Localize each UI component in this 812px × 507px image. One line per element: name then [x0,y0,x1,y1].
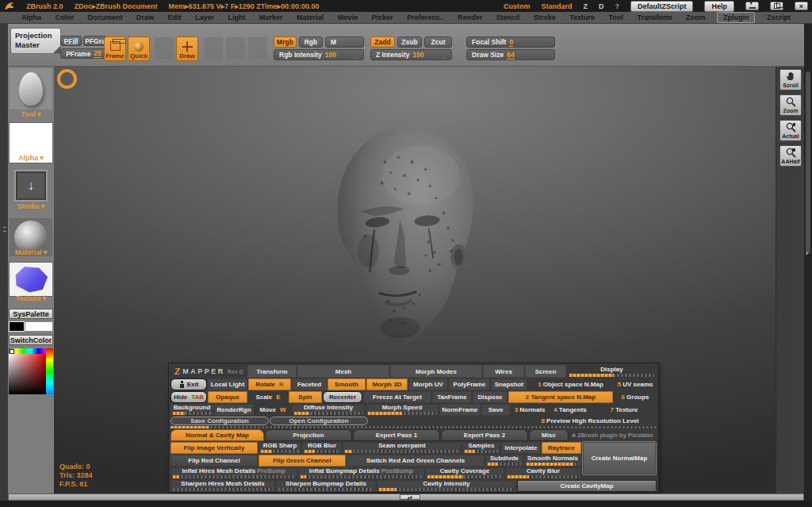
menu-zplugin[interactable]: Zplugin [717,12,756,23]
smooth-toggle[interactable]: Smooth [327,378,366,390]
z-intensity-slider[interactable]: Z Intensity 100 _ [370,49,452,60]
switchcolor-button[interactable]: SwitchColor [9,335,53,345]
standard-ui-button[interactable]: Standard [541,2,572,10]
zmapper-tab-expert-pass-2[interactable]: Expert Pass 2 [441,429,528,441]
menu-marker[interactable]: Marker [257,13,285,21]
current-tool-thumbnail[interactable] [10,68,52,109]
right-tray-arrow-icon[interactable]: › [806,249,808,257]
uv-seams-option[interactable]: 5 UV seams [614,378,657,390]
quick-button[interactable]: Quick [128,36,150,61]
material-popup[interactable]: Material▾ [15,248,48,256]
frame-button[interactable]: Frame [104,36,126,61]
zsub-toggle[interactable]: Zsub [397,36,422,48]
scale-mode[interactable]: ScaleE [248,391,288,403]
mrgb-toggle[interactable]: Mrgb [274,36,297,48]
menu-draw[interactable]: Draw [134,13,156,21]
local-light-toggle[interactable]: Local Light [208,378,247,390]
zmapper-tab-normal-cavity-map[interactable]: Normal & Cavity Map [170,429,264,441]
z-button[interactable]: Z [583,2,588,10]
menu-edit[interactable]: Edit [166,13,184,21]
rotate-toggle[interactable]: RotateR [248,378,291,390]
diffuse-intensity-slider[interactable]: Diffuse Intensity [292,404,365,416]
close-button[interactable]: × [795,2,808,10]
zadd-toggle[interactable]: Zadd [370,36,395,48]
flip-red-channel-button[interactable]: Flip Red Channel [170,455,258,467]
rgb-intensity-slider[interactable]: Rgb Intensity 100 _ [274,49,364,60]
rgb-sharp-slider[interactable]: RGB Sharp [259,442,301,454]
color-picker[interactable] [9,348,53,394]
raytrace-toggle[interactable]: Raytrace [542,442,581,454]
menu-stencil[interactable]: Stencil [494,13,523,21]
menu-material[interactable]: Material [294,13,326,21]
opaque-toggle[interactable]: Opaque [208,391,247,403]
custom-ui-button[interactable]: Custom [504,2,530,10]
syspalette-button[interactable]: SysPalette [9,309,53,319]
morph-uv-toggle[interactable]: Morph UV [408,378,448,390]
projection-master-button[interactable]: Projection Master [10,28,61,54]
inflat-bumpmap-details-slider[interactable]: Inflat Bumpmap Details PostBump [298,467,425,479]
open-configuration-button[interactable]: Open Configuration [270,417,368,425]
menu-alpha[interactable]: Alpha [19,13,44,21]
create-cavitymap-button[interactable]: Create CavityMap [517,480,657,492]
zmapper-tab-mesh[interactable]: Mesh [297,365,389,378]
zdoc-menu[interactable]: ZDoc▸ZBrush Document [75,2,158,10]
menu-zoom[interactable]: Zoom [684,13,708,21]
renderrgn-toggle[interactable]: RenderRgn [214,404,254,416]
menu-render[interactable]: Render [455,13,485,21]
object-space-nmap-option[interactable]: 1 Object space N.Map [528,378,613,390]
vertical-scrollbar-handle[interactable] [806,71,810,254]
morph-3d-toggle[interactable]: Morph 3D [366,378,408,390]
preview-high-resolution-level-slider[interactable]: 8 Preview High Resolution Level [523,417,657,425]
rgb-blur-slider[interactable]: RGB Blur [302,442,342,454]
menu-color[interactable]: Color [53,13,77,21]
exit-button[interactable]: Exit [170,378,207,390]
zmapper-tab-projection[interactable]: Projection [265,429,352,441]
main-color-swatch[interactable] [25,321,53,332]
left-tray-rail[interactable]: ‹‹ [0,24,8,501]
draw-button[interactable]: Draw [176,36,198,61]
sharpen-hires-mesh-details-slider[interactable]: Sharpen Hires Mesh Details [170,480,275,492]
normframe-toggle[interactable]: NormFrame [439,404,481,416]
texture-popup[interactable]: Texture▾ [16,294,46,302]
secondary-color-swatch[interactable] [9,321,25,332]
focal-shift-slider[interactable]: Focal Shift 0 [466,36,555,48]
move-mode[interactable]: MoveW [255,404,291,416]
normals-option[interactable]: 3 Normals [511,404,549,416]
create-normalmap-button[interactable]: Create NormalMap [582,441,657,475]
scroll-button[interactable]: Scroll [779,69,802,90]
zmapper-tab-screen[interactable]: Screen [525,365,566,378]
actual-button[interactable]: Actual [779,120,802,141]
display-slider[interactable]: Display [567,365,657,378]
samples-slider[interactable]: Samples [462,442,500,454]
menu-texture[interactable]: Texture [567,13,597,21]
sharpen-bumpmap-details-slider[interactable]: Sharpen Bumpmap Details [276,480,376,492]
hide-button[interactable]: HideTAB [170,391,207,403]
menu-picker[interactable]: Picker [370,13,396,21]
smooth-normals-slider[interactable]: Smooth Normals [524,455,581,467]
zmapper-tab-wires[interactable]: Wires [483,365,524,378]
morph-speed-slider[interactable]: Morph Speed [366,404,439,416]
restore-button[interactable] [770,2,783,10]
menu-movie[interactable]: Movie [335,13,361,21]
stroke-popup[interactable]: Stroke▾ [17,202,45,210]
seam-overpaint-slider[interactable]: Seam overpaint [343,442,462,454]
inflat-hires-mesh-details-slider[interactable]: Inflat Hires Mesh Details PreBump [170,467,297,479]
menu-document[interactable]: Document [86,13,125,21]
vertical-scrollbar[interactable]: › [804,24,812,501]
default-zscript-button[interactable]: DefaultZScript [630,1,694,12]
tangent-space-nmap-option[interactable]: 2 Tangent space N.Map [508,391,613,403]
subdivde-slider[interactable]: Subdivde [485,455,523,467]
left-tray-arrows-icon[interactable]: ‹‹ [1,226,8,234]
current-texture-thumbnail[interactable] [10,263,52,296]
menu-light[interactable]: Light [226,13,248,21]
flip-image-vertically-toggle[interactable]: Flip Image Vertically [170,442,258,454]
flip-green-channel-toggle[interactable]: Flip Green Channel [259,455,346,467]
interpolate-toggle[interactable]: Interpolate [501,442,541,454]
m-toggle[interactable]: M [325,36,364,48]
hue-strip-right[interactable] [46,348,53,394]
tanframe-toggle[interactable]: TanFrame [432,391,472,403]
horizontal-scrollbar-handle[interactable]: ▴▾ [400,494,420,500]
groups-option[interactable]: 6 Groups [614,391,657,403]
zmapper-tab-morph-modes[interactable]: Morph Modes [390,365,482,378]
save-button[interactable]: Save [481,404,510,416]
